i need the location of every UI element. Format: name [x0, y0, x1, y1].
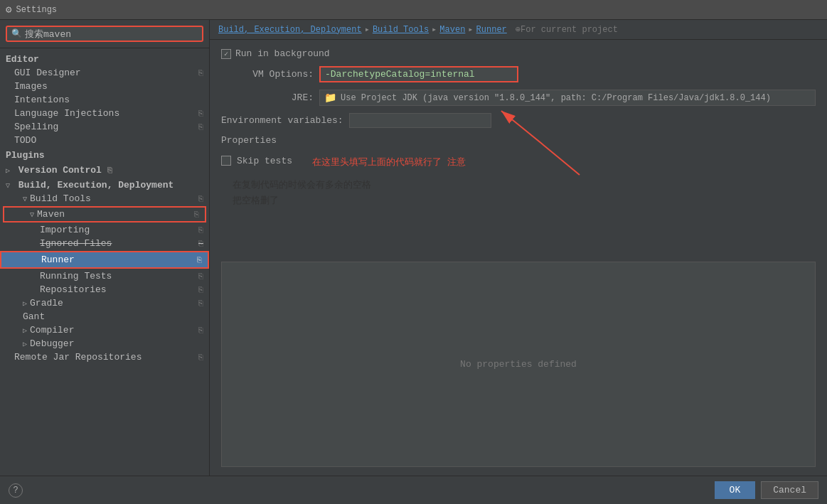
sidebar-item-debugger[interactable]: ▷ Debugger — [0, 337, 209, 350]
note2: 把空格删了 — [233, 194, 816, 207]
sidebar-section-build[interactable]: ▽ Build, Execution, Deployment — [0, 177, 209, 192]
sidebar-section-editor[interactable]: Editor — [0, 51, 209, 66]
env-input[interactable] — [349, 113, 491, 128]
version-control-label: Version Control — [18, 165, 102, 176]
ok-button[interactable]: OK — [715, 481, 756, 499]
external-icon3: ⎘ — [198, 123, 203, 132]
run-background-checkbox[interactable] — [221, 49, 231, 59]
expand-icon-gradle: ▷ — [23, 299, 27, 308]
editor-label: Editor — [6, 54, 39, 65]
sidebar-item-build-tools[interactable]: ▽ Build Tools ⎘ — [0, 192, 209, 205]
expand-icon-compiler: ▷ — [23, 326, 27, 335]
debugger-label: Debugger — [30, 338, 74, 349]
sidebar-item-language-injections[interactable]: Language Injections ⎘ — [0, 107, 209, 120]
annotation-arrow-text: 在这里头填写上面的代码就行了 注意 — [312, 156, 466, 168]
annotations-block: 在这里头填写上面的代码就行了 注意 — [312, 156, 466, 168]
breadcrumb-build[interactable]: Build, Execution, Deployment — [218, 25, 362, 35]
sidebar-item-gant[interactable]: Gant — [0, 310, 209, 323]
search-icon: 🔍 — [11, 28, 22, 39]
sidebar-item-compiler[interactable]: ▷ Compiler ⎘ — [0, 323, 209, 337]
build-tools-label: Build Tools — [30, 193, 91, 204]
external-icon12: ⎘ — [198, 299, 203, 308]
expand-icon-debugger: ▷ — [23, 340, 27, 348]
plugins-label: Plugins — [6, 150, 45, 161]
sidebar-item-images[interactable]: Images — [0, 80, 209, 93]
run-background-label: Run in background — [235, 48, 330, 59]
breadcrumb-runner[interactable]: Runner — [476, 25, 507, 35]
breadcrumb-sep2: ▸ — [432, 24, 437, 35]
breadcrumb-sep1: ▸ — [365, 24, 370, 35]
external-icon2: ⎘ — [198, 109, 203, 118]
skip-tests-checkbox[interactable] — [221, 156, 231, 166]
gradle-label: Gradle — [30, 298, 63, 309]
help-button[interactable]: ? — [9, 483, 23, 498]
todo-label: TODO — [14, 135, 36, 146]
language-injections-label: Language Injections — [14, 108, 119, 119]
sidebar: 🔍 Editor GUI Designer ⎘ Images Inte — [0, 20, 210, 476]
sidebar-section-plugins[interactable]: Plugins — [0, 147, 209, 162]
sidebar-tree: Editor GUI Designer ⎘ Images Intentions … — [0, 48, 209, 476]
external-icon4: ⎘ — [107, 166, 112, 175]
expand-icon-build: ▽ — [6, 182, 10, 190]
expand-icon-vc: ▷ — [6, 167, 10, 175]
no-properties-text: No properties defined — [460, 359, 577, 370]
title-bar: ⚙ Settings — [0, 0, 827, 20]
gear-icon: ⚙ — [6, 4, 11, 16]
external-icon13: ⎘ — [198, 326, 203, 335]
jre-field[interactable]: 📁 Use Project JDK (java version "1.8.0_1… — [319, 90, 816, 106]
sidebar-item-running-tests[interactable]: Running Tests ⎘ — [0, 269, 209, 283]
help-icon: ? — [13, 486, 18, 495]
repositories-label: Repositories — [40, 284, 107, 295]
jre-label: JRE: — [221, 92, 314, 103]
sidebar-item-maven[interactable]: ▽ Maven ⎘ — [3, 206, 206, 222]
sidebar-item-repositories[interactable]: Repositories ⎘ — [0, 283, 209, 296]
sidebar-item-gui-designer[interactable]: GUI Designer ⎘ — [0, 66, 209, 80]
ignored-files-label: Ignored Files — [40, 238, 112, 249]
breadcrumb-build-tools[interactable]: Build Tools — [373, 25, 429, 35]
intentions-label: Intentions — [14, 95, 70, 105]
search-input[interactable] — [25, 28, 198, 39]
main-content: 🔍 Editor GUI Designer ⎘ Images Inte — [0, 20, 827, 476]
sidebar-section-version-control[interactable]: ▷ Version Control ⎘ — [0, 162, 209, 177]
build-label: Build, Execution, Deployment — [18, 180, 174, 191]
sidebar-item-remote-jar[interactable]: Remote Jar Repositories ⎘ — [0, 350, 209, 364]
sidebar-item-gradle[interactable]: ▷ Gradle ⎘ — [0, 296, 209, 310]
vm-options-label: VM Options: — [221, 69, 314, 80]
jre-row: JRE: 📁 Use Project JDK (java version "1.… — [221, 90, 816, 106]
settings-window: ⚙ Settings 🔍 Editor GUI Designer ⎘ — [0, 0, 827, 504]
properties-row: Properties — [221, 135, 816, 146]
external-icon: ⎘ — [198, 69, 203, 77]
search-wrapper: 🔍 — [6, 26, 203, 42]
breadcrumb-sep3: ▸ — [468, 24, 473, 35]
images-label: Images — [14, 81, 48, 92]
sidebar-item-ignored-files[interactable]: Ignored Files ⎘ — [0, 237, 209, 250]
external-icon9: ⎘ — [197, 256, 202, 264]
vm-options-row: VM Options: — [221, 66, 816, 82]
content-wrapper: Run in background VM Options: JRE: 📁 Use — [210, 40, 827, 476]
remote-jar-label: Remote Jar Repositories — [14, 352, 142, 363]
cancel-button[interactable]: Cancel — [761, 481, 818, 499]
vm-options-input[interactable] — [319, 66, 518, 82]
skip-tests-row: Skip tests 在这里头填写上面的代码就行了 注意 — [221, 153, 816, 168]
for-current-label: ⊕For current project — [516, 24, 618, 35]
jre-value: Use Project JDK (java version "1.8.0_144… — [341, 93, 771, 103]
right-panel: Build, Execution, Deployment ▸ Build Too… — [210, 20, 827, 476]
run-background-row: Run in background — [221, 48, 816, 59]
folder-icon: 📁 — [324, 92, 336, 104]
spelling-label: Spelling — [14, 122, 58, 132]
compiler-label: Compiler — [30, 325, 74, 336]
sidebar-item-spelling[interactable]: Spelling ⎘ — [0, 120, 209, 134]
sidebar-item-intentions[interactable]: Intentions — [0, 93, 209, 107]
sidebar-item-todo[interactable]: TODO — [0, 134, 209, 147]
importing-label: Importing — [40, 225, 90, 235]
external-icon6: ⎘ — [194, 210, 199, 219]
sidebar-item-importing[interactable]: Importing ⎘ — [0, 223, 209, 237]
breadcrumb-maven[interactable]: Maven — [439, 25, 465, 35]
external-icon7: ⎘ — [198, 226, 203, 235]
env-row: Environment variables: — [221, 113, 816, 128]
external-icon11: ⎘ — [198, 286, 203, 294]
sidebar-item-runner[interactable]: Runner ⎘ — [0, 251, 209, 269]
running-tests-label: Running Tests — [40, 271, 112, 282]
expand-icon-maven: ▽ — [30, 210, 34, 219]
external-icon14: ⎘ — [198, 353, 203, 362]
